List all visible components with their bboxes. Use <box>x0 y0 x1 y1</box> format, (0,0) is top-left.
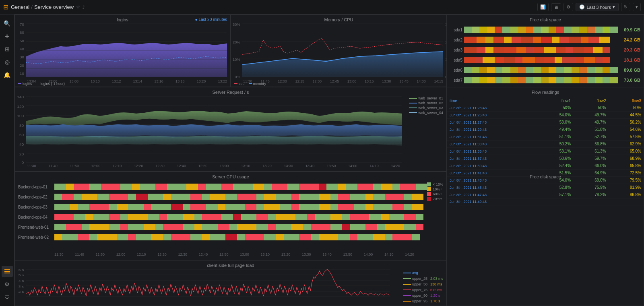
svg-text:60: 60 <box>20 31 24 35</box>
flow-time: Jun 8th, 2021 11:37:43 <box>447 155 538 162</box>
flow-flow2: 49.7% <box>573 112 608 119</box>
flow-flow3: 65.0% <box>609 148 644 155</box>
panel-logins: logins ● Last 20 minutes 70 60 50 <box>14 14 231 87</box>
flow-time: Jun 8th, 2021 11:27:43 <box>447 119 538 126</box>
flow-flow2: 64.9% <box>573 170 608 177</box>
sidebar-item-apps[interactable]: ⊞ <box>2 43 13 55</box>
server-req-title: Server Request / s <box>212 90 249 95</box>
flow-table-row: Jun 8th, 2021 11:49:43 <box>447 198 644 205</box>
flow-time: Jun 8th, 2021 11:45:43 <box>447 184 538 191</box>
heatmap-row-frontend-web-01: Frontend-web-01 <box>18 223 443 232</box>
svg-text:5 s: 5 s <box>19 274 24 277</box>
sidebar: 🔍 + ⊞ ◎ 🔔 ⚙ 🛡 <box>0 14 14 306</box>
server-req-x-axis: 11:3011:4011:5012:0012:1012:2012:3012:40… <box>27 164 400 168</box>
flow-flow1: 50.2% <box>538 141 573 148</box>
flow-flow1: 52.8% <box>538 184 573 191</box>
flow-flow1: 53.1% <box>538 148 573 155</box>
flow-time: Jun 8th, 2021 11:49:43 <box>447 198 538 205</box>
sidebar-item-shield[interactable]: 🛡 <box>2 292 13 303</box>
heatmap-row-backend-ops-01: Backend-ops-01 <box>18 182 443 191</box>
memory-x-axis: 11:3011:4512:0012:1512:3012:4513:0013:15… <box>243 79 443 83</box>
flow-flow1: 50.6% <box>538 155 573 162</box>
flow-flow2: 78.2% <box>573 191 608 198</box>
breadcrumb-sep: / <box>31 4 33 10</box>
flow-flow2: 66.0% <box>573 162 608 170</box>
sidebar-item-layers[interactable] <box>2 266 13 277</box>
flow-flow3: 57.5% <box>609 133 644 141</box>
breadcrumb-page: Service overview <box>34 4 74 10</box>
flow-flow2: 75.9% <box>573 184 608 191</box>
panel-server-req: Server Request / s web_server_01 web_ser… <box>14 87 447 172</box>
cpu-usage-title: Server CPU usage <box>212 174 249 179</box>
svg-text:2 s: 2 s <box>19 290 24 294</box>
disk-row-sda5: sda5 <box>450 56 640 64</box>
flow-flow3: 54.6% <box>609 126 644 133</box>
sidebar-item-add[interactable]: + <box>2 31 13 42</box>
refresh-button[interactable]: ↻ <box>621 3 630 11</box>
svg-text:3 s: 3 s <box>19 285 24 288</box>
star-icon[interactable]: ☆ <box>76 4 80 10</box>
heatmap-row-backend-ops-04: Backend-ops-04 <box>18 213 443 221</box>
disk-row-sda1: sda1 <box>450 25 640 34</box>
flow-flow3: 65.8% <box>609 162 644 170</box>
flow-flow1: 49.4% <box>538 126 573 133</box>
flow-time: Jun 8th, 2021 11:41:43 <box>447 170 538 177</box>
flow-table-row: Jun 8th, 2021 11:25:4354.0%49.7%44.5% <box>447 112 644 119</box>
gauge-title: Free disk space <box>530 174 561 179</box>
disk-row-sda3: sda3 <box>450 45 640 54</box>
logins-title: logins <box>117 17 128 22</box>
flow-flow2: 61.3% <box>573 148 608 155</box>
heatmap-row-frontend-web-02: Frontend-web-02 <box>18 233 443 242</box>
flow-col-flow3: flow3 <box>609 98 644 104</box>
page-load-chart: 6 s 5 s 4 s 3 s 2 s <box>26 269 390 297</box>
topbar-left: ⊞ General / Service overview ☆ ⤴ <box>3 3 534 11</box>
flow-flow3: 79.5% <box>609 177 644 184</box>
panel-flow-readings: Flow readings time flow1 flow2 flow3 Jun… <box>447 87 644 306</box>
sidebar-item-settings[interactable]: ⚙ <box>2 279 13 290</box>
sidebar-item-alerts[interactable]: 🔔 <box>2 69 13 81</box>
flow-flow3: 72.5% <box>609 170 644 177</box>
flow-flow2 <box>573 198 608 205</box>
flow-time: Jun 8th, 2021 11:29:43 <box>447 126 538 133</box>
flow-flow3: 81.9% <box>609 184 644 191</box>
time-range-label: Last 3 hours <box>586 5 611 10</box>
memory-cpu-chart: 30% 20% 10% 0% 30 B 20 B 10 B 0 B <box>242 24 443 77</box>
flow-table: time flow1 flow2 flow3 Jun 8th, 2021 11:… <box>447 87 644 306</box>
sidebar-item-compass[interactable]: ◎ <box>2 56 13 68</box>
flow-flow1: 57.1% <box>538 191 573 198</box>
heatmap-row-backend-ops-02: Backend-ops-02 <box>18 192 443 201</box>
server-req-legend: web_server_01 web_server_02 web_server_0… <box>409 96 443 115</box>
panel-cpu-usage: Server CPU usage < 10% 10%+ 60%+ 70%+ Ba… <box>14 172 447 260</box>
flow-flow2: 59.7% <box>573 155 608 162</box>
flow-flow1 <box>538 198 573 205</box>
flow-table-row: Jun 8th, 2021 11:29:4349.4%51.8%54.6% <box>447 126 644 133</box>
flow-table-row: Jun 8th, 2021 11:31:4351.1%52.7%57.5% <box>447 133 644 141</box>
flow-table-row: Jun 8th, 2021 11:27:4353.0%49.7%50.2% <box>447 119 644 126</box>
flow-time: Jun 8th, 2021 11:23:43 <box>447 104 538 112</box>
share-icon[interactable]: ⤴ <box>83 5 85 10</box>
flow-table-row: Jun 8th, 2021 11:47:4357.1%78.2%86.8% <box>447 191 644 198</box>
flow-title: Flow readings <box>532 90 559 95</box>
heatmap-container: Backend-ops-01 Backend-ops-02 Backend-op… <box>15 172 446 260</box>
cpu-usage-x-axis: 11:3011:4011:5012:0012:1012:2012:3012:40… <box>54 252 414 256</box>
sidebar-item-search[interactable]: 🔍 <box>2 18 13 29</box>
breadcrumb: General / Service overview <box>11 4 74 10</box>
settings-button[interactable]: ⚙ <box>564 3 573 11</box>
breadcrumb-home[interactable]: General <box>11 4 29 10</box>
flow-table-row: Jun 8th, 2021 11:37:4350.6%59.7%68.9% <box>447 155 644 162</box>
svg-text:40: 40 <box>19 142 24 146</box>
time-range-picker[interactable]: 🕐 Last 3 hours ▾ <box>576 3 619 11</box>
flow-flow2: 49.7% <box>573 119 608 126</box>
expand-button[interactable]: ▾ <box>633 3 641 11</box>
svg-text:10%: 10% <box>233 58 240 62</box>
flow-time: Jun 8th, 2021 11:33:43 <box>447 141 538 148</box>
svg-text:0%: 0% <box>235 75 240 79</box>
svg-rect-0 <box>4 269 10 270</box>
svg-rect-1 <box>4 271 10 272</box>
layout-button[interactable]: 🖥 <box>551 3 561 11</box>
logins-subtitle: ● Last 20 minutes <box>195 17 227 22</box>
disk-bar-sda1 <box>464 27 618 33</box>
panel-memory-cpu: Memory / CPU 30 <box>231 14 447 87</box>
svg-text:4 s: 4 s <box>19 279 24 283</box>
add-panel-button[interactable]: 📊 <box>537 3 549 11</box>
